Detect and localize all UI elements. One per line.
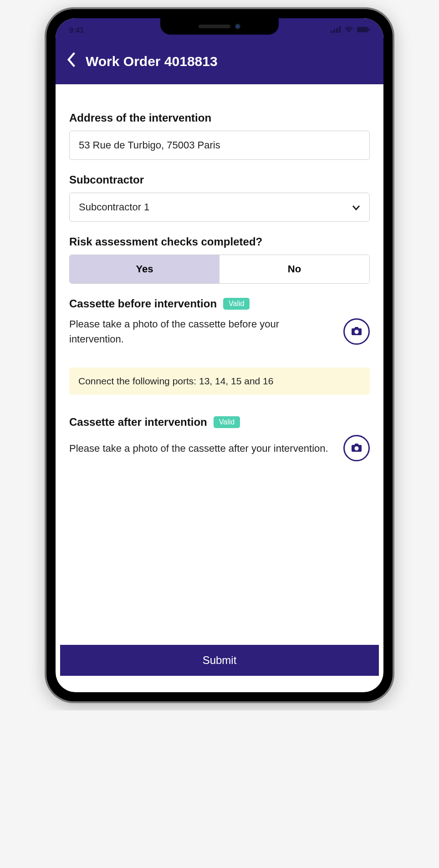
- cassette-before-text: Please take a photo of the cassette befo…: [69, 317, 336, 347]
- cassette-after-badge: Valid: [214, 416, 240, 428]
- signal-icon: [331, 26, 341, 35]
- cassette-after-section: Cassette after intervention Valid Please…: [69, 416, 370, 461]
- submit-button[interactable]: Submit: [60, 645, 379, 676]
- address-label: Address of the intervention: [69, 112, 370, 124]
- svg-rect-1: [333, 30, 335, 33]
- risk-yes-option[interactable]: Yes: [70, 255, 220, 283]
- svg-rect-4: [357, 27, 368, 32]
- phone-notch: [160, 18, 279, 35]
- svg-rect-0: [331, 31, 332, 33]
- camera-icon: [351, 442, 362, 454]
- status-indicators: [331, 26, 370, 35]
- front-camera: [235, 24, 240, 29]
- phone-screen: 9:41 Work Order 4018813 Address: [56, 18, 383, 692]
- subcontractor-field: Subcontractor Subcontractor 1: [69, 174, 370, 222]
- subcontractor-value: Subcontractor 1: [79, 201, 149, 213]
- page-header: Work Order 4018813: [56, 43, 383, 84]
- cassette-before-section: Cassette before intervention Valid Pleas…: [69, 297, 370, 347]
- svg-rect-2: [336, 28, 338, 33]
- risk-field: Risk assessment checks completed? Yes No: [69, 235, 370, 284]
- svg-rect-3: [339, 26, 341, 33]
- address-field: Address of the intervention: [69, 112, 370, 160]
- risk-no-option[interactable]: No: [220, 255, 369, 283]
- risk-toggle: Yes No: [69, 255, 370, 284]
- subcontractor-select[interactable]: Subcontractor 1: [69, 193, 370, 222]
- page-title: Work Order 4018813: [86, 54, 218, 69]
- port-info-box: Connect the following ports: 13, 14, 15 …: [69, 368, 370, 395]
- risk-label: Risk assessment checks completed?: [69, 235, 370, 248]
- cassette-before-camera-button[interactable]: [343, 318, 370, 345]
- cassette-after-camera-button[interactable]: [343, 435, 370, 461]
- battery-icon: [357, 26, 370, 35]
- cassette-after-label: Cassette after intervention: [69, 416, 207, 429]
- svg-rect-5: [368, 28, 370, 31]
- wifi-icon: [344, 26, 353, 35]
- phone-frame: 9:41 Work Order 4018813 Address: [46, 9, 393, 701]
- back-button[interactable]: [66, 52, 77, 71]
- subcontractor-label: Subcontractor: [69, 174, 370, 186]
- cassette-before-badge: Valid: [223, 298, 250, 310]
- camera-icon: [351, 326, 362, 337]
- address-input[interactable]: [69, 131, 370, 160]
- form-content: Address of the intervention Subcontracto…: [56, 84, 383, 645]
- cassette-before-label: Cassette before intervention: [69, 297, 217, 310]
- chevron-down-icon: [352, 201, 360, 213]
- status-time: 9:41: [69, 26, 84, 35]
- cassette-after-text: Please take a photo of the cassette afte…: [69, 441, 336, 456]
- speaker-grill: [199, 25, 230, 28]
